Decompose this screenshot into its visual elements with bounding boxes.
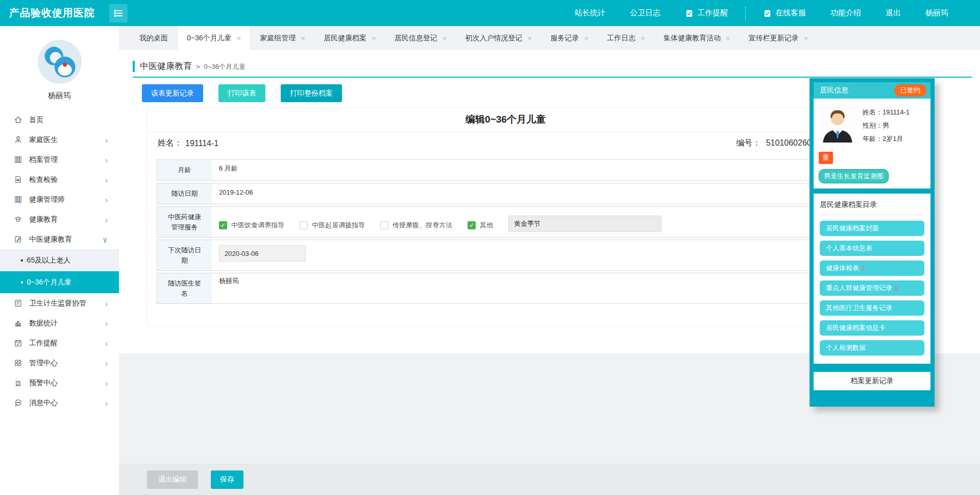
catalog-item-cover[interactable]: 居民健康档案封面 <box>820 221 924 236</box>
nav-feature-intro[interactable]: 功能介绍 <box>830 8 861 18</box>
doctor-icon <box>14 135 22 144</box>
nav-divider <box>745 7 746 20</box>
resident-panel: 居民信息 已签约 姓名：191114-1 性别：男 年龄：2岁1月 <box>810 78 935 407</box>
catalog-item-personal-test-data[interactable]: 个人检测数据 <box>820 340 924 356</box>
next-visit-date-input[interactable] <box>219 245 306 262</box>
chevron-right-icon: › <box>105 175 108 184</box>
resident-panel-header: 居民信息 已签约 <box>814 82 930 99</box>
close-icon[interactable]: × <box>301 34 305 42</box>
catalog-item-info-card[interactable]: 居民健康档案信息卡 <box>820 320 924 336</box>
save-button[interactable]: 保存 <box>211 470 243 489</box>
catalog-item-basic-info[interactable]: 个人基本信息表 <box>820 241 924 256</box>
hamburger-icon <box>113 8 124 18</box>
hamburger-menu-button[interactable] <box>109 4 128 22</box>
sidebar-item-health-manager[interactable]: 健康管理师› <box>0 190 119 209</box>
nav-online-service[interactable]: 在线客服 <box>763 8 806 18</box>
print-form-button[interactable]: 打印该表 <box>218 84 265 102</box>
checkbox-other[interactable]: ✓ 其他 <box>468 221 493 230</box>
sidebar: 杨丽筠 首页 家庭医生› 档案管理› 检查检验› 健康管理师› 健康教育› 中医… <box>0 26 119 495</box>
row-next-visit-date: 下次随访日期 <box>157 240 854 271</box>
sidebar-item-inspection[interactable]: 检查检验› <box>0 170 119 190</box>
close-icon[interactable]: × <box>804 34 808 42</box>
form-footer: 退出编辑 保存 <box>119 464 980 495</box>
bullet-icon: • <box>20 256 23 265</box>
update-records-button[interactable]: 该表更新记录 <box>142 84 203 102</box>
chevron-right-icon: › <box>105 318 108 328</box>
catalog-item-health-exam[interactable]: 健康体检表2 <box>820 261 924 276</box>
chat-bubble-icon <box>14 398 22 407</box>
tab-bulletin-updates[interactable]: 宣传栏更新记录× <box>740 26 818 50</box>
sidebar-item-data-statistics[interactable]: 数据统计› <box>0 313 119 333</box>
nav-username[interactable]: 杨丽筠 <box>925 8 948 18</box>
child-tag-badge: 童 <box>819 152 833 164</box>
archive-update-button[interactable]: 档案更新记录 <box>814 372 930 390</box>
sidebar-item-archive-management[interactable]: 档案管理› <box>0 150 119 170</box>
tab-group-health-education[interactable]: 集体健康教育活动× <box>654 26 740 50</box>
grid-icon <box>14 359 22 367</box>
nav-logout[interactable]: 退出 <box>886 8 901 18</box>
other-service-input[interactable] <box>508 216 662 232</box>
close-icon[interactable]: × <box>372 34 376 42</box>
submenu-item-elderly[interactable]: • 65及以上老人 <box>0 249 119 271</box>
close-icon[interactable]: × <box>237 34 241 42</box>
sidebar-item-tcm-health-education[interactable]: 中医健康教育∨ <box>0 229 119 249</box>
nav-work-reminder[interactable]: 工作提醒 <box>685 8 728 18</box>
tab-strip: 我的桌面 0~36个月儿童× 家庭组管理× 居民健康档案× 居民信息登记× 初次… <box>119 26 980 50</box>
sidebar-item-warning-center[interactable]: 预警中心› <box>0 373 119 393</box>
resident-avatar <box>819 105 856 143</box>
tab-family-group[interactable]: 家庭组管理× <box>251 26 314 50</box>
tab-my-desktop[interactable]: 我的桌面 <box>130 26 177 50</box>
app-title: 产品验收使用医院 <box>9 6 95 20</box>
tab-first-visit-register[interactable]: 初次入户情况登记× <box>456 26 542 50</box>
tab-resident-archive[interactable]: 居民健康档案× <box>314 26 385 50</box>
tab-children-0-36[interactable]: 0~36个月儿童× <box>177 26 251 50</box>
clipboard-check-icon <box>685 9 694 18</box>
exit-edit-button[interactable]: 退出编辑 <box>147 470 198 489</box>
signed-badge: 已签约 <box>894 84 926 97</box>
sidebar-item-family-doctor[interactable]: 家庭医生› <box>0 130 119 150</box>
user-avatar[interactable] <box>38 40 82 84</box>
code-label: 编号： <box>736 138 761 147</box>
resident-age: 年龄：2岁1月 <box>863 132 910 146</box>
sidebar-item-management-center[interactable]: 管理中心› <box>0 353 119 373</box>
tab-service-records[interactable]: 服务记录× <box>541 26 598 50</box>
close-icon[interactable]: × <box>584 34 589 42</box>
resident-avatar-image <box>819 105 856 143</box>
breadcrumb-accent-bar <box>133 61 135 72</box>
resident-gender: 性别：男 <box>863 119 910 132</box>
submenu-item-children-0-36[interactable]: • 0~36个月儿童 <box>0 271 119 293</box>
checkbox-daily-life-guidance[interactable]: ✓ 中医起居调摄指导 <box>300 221 365 230</box>
close-icon[interactable]: × <box>641 34 645 42</box>
nav-public-health-log[interactable]: 公卫日志 <box>630 8 660 18</box>
topbar-nav: 站长统计 公卫日志 工作提醒 在线客服 功能介绍 退出 杨丽筠 <box>575 7 948 20</box>
sidebar-item-supervision[interactable]: 卫生计生监督协管› <box>0 293 119 313</box>
close-icon[interactable]: × <box>443 34 447 42</box>
count-badge: 2 <box>862 265 865 272</box>
chevron-right-icon: › <box>105 155 108 164</box>
checkbox-massage-method[interactable]: ✓ 传授摩腹、捏脊方法 <box>380 221 452 230</box>
sidebar-username: 杨丽筠 <box>0 84 119 110</box>
close-icon[interactable]: × <box>528 34 532 42</box>
growth-chart-button[interactable]: 男童生长发育监测图 <box>819 169 889 183</box>
catalog-item-other-services[interactable]: 其他医疗卫生服务记录 <box>820 300 924 316</box>
chevron-right-icon: › <box>105 338 108 348</box>
chevron-right-icon: › <box>105 378 108 388</box>
nav-site-stats[interactable]: 站长统计 <box>575 8 605 18</box>
checkbox-icon: ✓ <box>380 221 388 229</box>
sidebar-item-health-education[interactable]: 健康教育› <box>0 209 119 229</box>
chevron-right-icon: › <box>105 358 108 368</box>
print-archive-button[interactable]: 打印整份档案 <box>281 84 342 102</box>
tab-resident-info-register[interactable]: 居民信息登记× <box>385 26 456 50</box>
catalog-item-key-population[interactable]: 重点人群健康管理记录3 <box>820 280 924 296</box>
tab-work-log[interactable]: 工作日志× <box>598 26 654 50</box>
sidebar-item-work-reminder[interactable]: 工作提醒› <box>0 333 119 353</box>
resident-info-card: 姓名：191114-1 性别：男 年龄：2岁1月 童 男童生长发育监测图 <box>814 99 930 188</box>
row-doctor-signature: 随访医生签名 杨丽筠 <box>157 273 854 304</box>
sidebar-item-home[interactable]: 首页 <box>0 110 119 130</box>
sidebar-item-message-center[interactable]: 消息中心› <box>0 393 119 413</box>
close-icon[interactable]: × <box>726 34 730 42</box>
form-title: 编辑0~36个月儿童 <box>148 108 864 132</box>
row-visit-date: 随访日期 2019-12-06 <box>157 183 854 204</box>
checkbox-diet-guidance[interactable]: ✓ 中医饮食调养指导 <box>219 221 284 230</box>
month-age-value: 6 月龄 <box>212 160 854 180</box>
